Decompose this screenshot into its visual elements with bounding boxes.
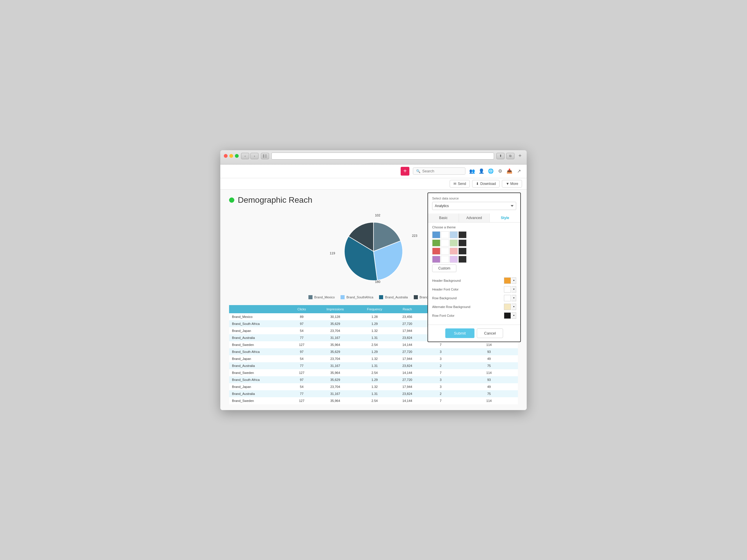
send-button[interactable]: ✉ Send [450,180,470,188]
theme-swatch-blue-dark[interactable] [458,231,467,238]
alt-row-bg-swatch[interactable] [504,303,511,310]
theme-swatch-green-white[interactable] [441,239,449,246]
pie-chart-container: 102 223 119 180 [327,211,420,292]
custom-theme-button[interactable]: Custom [432,265,456,272]
theme-swatch-green-dark[interactable] [458,239,467,246]
cell-clicks: 97 [289,348,314,355]
row-font-dropdown[interactable]: ▾ [512,312,516,319]
traffic-lights [224,154,239,158]
cell-engagement: 114 [460,341,518,348]
cell-engagement: 75 [460,390,518,397]
more-label: ▼ More [506,182,518,186]
table-row: Brand_South Africa9735,6291.2927,720393 [229,348,518,355]
share-button[interactable]: ⬆ [496,153,505,159]
settings-icon[interactable]: ⚙ [497,168,504,175]
theme-swatch-purple-primary[interactable] [432,256,440,263]
cell-clicks: 77 [289,334,314,341]
export-icon[interactable]: ↗ [516,168,522,175]
col-impressions: Impressions [314,305,356,313]
cell-reach: 27,720 [393,376,421,383]
status-dot [229,197,234,203]
cell-impressions: 35,964 [314,341,356,348]
theme-section-label: Choose a theme [432,225,516,229]
row-bg-swatch[interactable] [504,295,511,301]
row-bg-dropdown[interactable]: ▾ [512,295,516,301]
cell-engagement: 93 [460,348,518,355]
cell-clicks: 127 [289,397,314,404]
theme-swatch-green-primary[interactable] [432,239,440,246]
cell-page_likes: 3 [421,376,460,383]
send-icon: ✉ [454,182,456,186]
cell-clicks: 89 [289,313,314,320]
cell-engagement: 93 [460,376,518,383]
header-bg-label: Header Background [432,279,461,282]
cell-impressions: 35,629 [314,348,356,355]
theme-swatch-blue-primary[interactable] [432,231,440,238]
maximize-button[interactable] [235,154,239,158]
tab-advanced[interactable]: Advanced [459,213,490,222]
theme-swatch-red-primary[interactable] [432,248,440,255]
duplicate-button[interactable]: ⧉ [506,153,514,159]
theme-grid [432,231,516,263]
header-font-dropdown[interactable]: ▾ [512,286,516,293]
header-font-swatch[interactable] [504,286,511,293]
pie-label-102: 102 [375,213,380,217]
header-bg-dropdown[interactable]: ▾ [512,277,516,284]
cell-frequency: 1.29 [356,320,393,327]
datasource-select[interactable]: Analytics [432,202,516,210]
forward-button[interactable]: › [250,153,259,159]
theme-swatch-red-dark[interactable] [458,248,467,255]
table-row: Brand_Australia7731,1671.3123,824275 [229,362,518,369]
close-button[interactable] [224,154,228,158]
tab-basic[interactable]: Basic [428,213,459,222]
theme-swatch-blue-light[interactable] [450,231,458,238]
cell-frequency: 1.32 [356,355,393,362]
submit-button[interactable]: Submit [445,328,474,338]
cell-page_likes: 3 [421,355,460,362]
cell-reach: 23,824 [393,334,421,341]
more-button[interactable]: ▼ More [502,180,522,188]
theme-swatch-red-white[interactable] [441,248,449,255]
inbox-icon[interactable]: 📥 [506,168,513,175]
search-box: 🔍 [413,167,465,175]
alt-row-bg-dropdown[interactable]: ▾ [512,303,516,310]
tab-style[interactable]: Style [490,213,520,222]
person-icon[interactable]: 👤 [478,168,485,175]
search-input[interactable] [422,169,460,173]
theme-section: Choose a theme [428,222,520,275]
cell-page_likes: 3 [421,348,460,355]
cell-frequency: 1.28 [356,313,393,320]
theme-swatch-purple-light[interactable] [450,256,458,263]
new-tab-button[interactable]: + [517,153,523,159]
download-button[interactable]: ⬇ Download [472,180,499,188]
search-icon: 🔍 [416,169,420,173]
cell-reach: 17,944 [393,355,421,362]
people-icon[interactable]: 👥 [469,168,475,175]
row-font-swatch[interactable] [504,312,511,319]
theme-swatch-red-light[interactable] [450,248,458,255]
cell-reach: 14,144 [393,397,421,404]
globe-icon[interactable]: 🌐 [488,168,494,175]
table-row: Brand_Sweden12735,9642.5414,1447114 [229,369,518,376]
cancel-button[interactable]: Cancel [477,328,503,338]
cell-clicks: 54 [289,383,314,390]
theme-swatch-purple-white[interactable] [441,256,449,263]
sidebar-toggle-button[interactable] [261,153,269,159]
theme-swatch-green-light[interactable] [450,239,458,246]
header-bg-swatch[interactable] [504,277,511,284]
legend-label-southafrica: Brand_SouthAfrica [346,295,373,299]
new-report-button[interactable]: + [401,167,409,176]
cell-brand: Brand_Australia [229,334,289,341]
theme-swatch-purple-dark[interactable] [458,256,467,263]
alt-row-bg-label: Alternate Row Background [432,305,470,309]
svg-rect-1 [265,155,267,155]
cell-page_likes: 2 [421,390,460,397]
back-button[interactable]: ‹ [241,153,249,159]
theme-swatch-blue-white[interactable] [441,231,449,238]
legend-color-southafrica [340,295,344,299]
cell-clicks: 77 [289,390,314,397]
cell-frequency: 2.54 [356,369,393,376]
minimize-button[interactable] [229,154,233,158]
cell-reach: 17,944 [393,327,421,334]
address-bar[interactable] [272,153,494,160]
